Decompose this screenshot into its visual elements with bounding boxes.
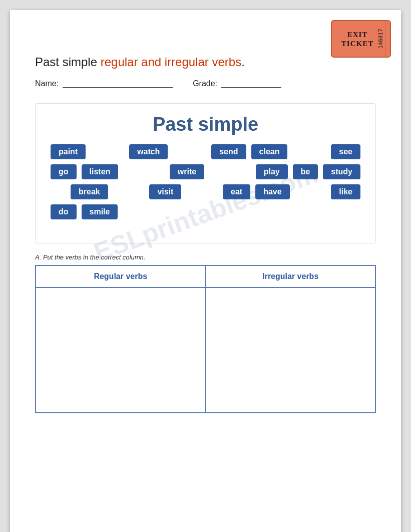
verb-go: go	[51, 164, 77, 179]
title-colored: regular and irregular verbs	[101, 55, 241, 69]
name-underline	[63, 80, 173, 88]
table-header-row: Regular verbs Irregular verbs	[36, 265, 375, 288]
grade-underline	[221, 80, 281, 88]
verb-play: play	[256, 164, 288, 179]
col1-header: Regular verbs	[36, 265, 206, 288]
verb-have: have	[255, 184, 289, 199]
name-field: Name:	[35, 79, 173, 88]
verb-watch: watch	[129, 144, 168, 159]
verb-smile: smile	[82, 204, 118, 219]
verb-eat: eat	[223, 184, 250, 199]
verbs-table: Regular verbs Irregular verbs	[35, 265, 376, 413]
col2-header: Irregular verbs	[206, 265, 376, 288]
exit-ticket-number: 146017	[376, 21, 385, 57]
name-grade-row: Name: Grade:	[35, 79, 376, 88]
table-body-row	[36, 288, 375, 413]
verbs-row-4: do smile	[51, 204, 360, 219]
verbs-row-3: break visit eat have like	[51, 184, 360, 199]
verb-send: send	[211, 144, 246, 159]
page: EXIT TICKET 146017 Past simple regular a…	[10, 10, 401, 532]
verb-clean: clean	[251, 144, 288, 159]
instruction: A. Put the verbs in the correct column.	[35, 253, 376, 261]
title-suffix: .	[241, 55, 245, 69]
verbs-grid: paint watch send clean see go listen wri…	[51, 144, 360, 219]
verbs-row-2: go listen write play be study	[51, 164, 360, 179]
verb-be: be	[293, 164, 318, 179]
verb-study: study	[323, 164, 360, 179]
exit-ticket: EXIT TICKET 146017	[331, 20, 391, 58]
verb-visit: visit	[149, 184, 181, 199]
word-cloud-title: Past simple	[51, 114, 360, 135]
irregular-verbs-cell	[206, 288, 376, 413]
verb-like: like	[331, 184, 360, 199]
verb-break: break	[71, 184, 108, 199]
grade-label: Grade:	[193, 79, 217, 88]
verb-see: see	[331, 144, 360, 159]
exit-ticket-text: EXIT TICKET	[336, 27, 376, 51]
main-title: Past simple regular and irregular verbs.	[35, 55, 376, 69]
verb-write: write	[170, 164, 204, 179]
word-cloud-section: Past simple paint watch send clean see g…	[35, 103, 376, 243]
verb-paint: paint	[51, 144, 86, 159]
verbs-row-1: paint watch send clean see	[51, 144, 360, 159]
regular-verbs-cell	[36, 288, 206, 413]
title-prefix: Past simple	[35, 55, 101, 69]
grade-field: Grade:	[193, 79, 281, 88]
name-label: Name:	[35, 79, 59, 88]
verb-do: do	[51, 204, 77, 219]
verb-listen: listen	[82, 164, 119, 179]
